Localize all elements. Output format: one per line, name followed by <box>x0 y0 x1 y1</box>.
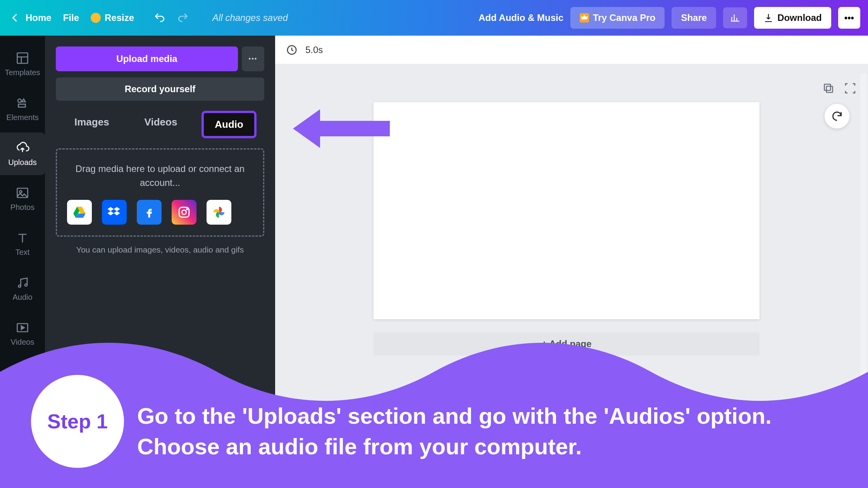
dropzone-text: Drag media here to upload or connect an … <box>67 162 253 190</box>
file-label: File <box>63 12 79 23</box>
google-photos-icon <box>212 205 226 220</box>
svg-point-6 <box>25 284 27 286</box>
rail-templates[interactable]: Templates <box>0 43 45 85</box>
facebook-icon <box>143 206 155 218</box>
main-area: Templates Elements Uploads Photos Text A… <box>0 36 868 488</box>
resize-button[interactable]: Resize <box>91 12 134 23</box>
rail-uploads[interactable]: Uploads <box>0 132 45 175</box>
icon-rail: Templates Elements Uploads Photos Text A… <box>0 36 45 488</box>
tab-label: Videos <box>145 116 177 128</box>
refresh-icon <box>831 110 843 122</box>
duplicate-icon[interactable] <box>822 82 835 95</box>
share-label: Share <box>681 12 707 23</box>
save-status: All changes saved <box>212 12 288 23</box>
videos-icon <box>16 321 29 335</box>
time-row: 5.0s <box>275 36 868 64</box>
undo-icon[interactable] <box>153 12 166 24</box>
record-label: Record yourself <box>125 84 196 95</box>
rail-label: Videos <box>11 338 34 347</box>
upload-dropzone[interactable]: Drag media here to upload or connect an … <box>56 148 264 237</box>
svg-point-10 <box>186 209 188 210</box>
try-pro-label: Try Canva Pro <box>593 12 655 23</box>
media-tabs: Images Videos Audio <box>56 111 264 138</box>
photos-icon <box>16 186 29 200</box>
chart-icon <box>730 13 740 23</box>
page-tools <box>822 82 856 95</box>
dropbox-icon <box>107 205 122 220</box>
resize-label: Resize <box>105 12 134 23</box>
elements-icon <box>16 96 29 110</box>
rail-photos[interactable]: Photos <box>0 177 45 220</box>
tab-label: Images <box>74 116 109 128</box>
rail-videos[interactable]: Videos <box>0 312 45 355</box>
svg-point-1 <box>18 99 21 102</box>
upload-more-button[interactable]: ••• <box>242 46 264 71</box>
rail-label: Uploads <box>8 158 36 167</box>
upload-media-button[interactable]: Upload media <box>56 46 238 71</box>
connector-instagram[interactable] <box>172 200 196 225</box>
topbar-right: Add Audio & Music Try Canva Pro Share Do… <box>479 7 860 29</box>
google-drive-icon <box>72 205 87 220</box>
expand-icon[interactable] <box>844 82 856 95</box>
svg-point-9 <box>182 210 186 214</box>
connector-google-drive[interactable] <box>67 200 92 225</box>
side-panel: Upload media ••• Record yourself Images … <box>45 36 275 488</box>
audio-icon <box>16 276 29 290</box>
svg-rect-12 <box>824 84 830 90</box>
tab-videos[interactable]: Videos <box>134 111 188 138</box>
share-button[interactable]: Share <box>672 7 716 29</box>
svg-rect-2 <box>19 104 26 107</box>
download-button[interactable]: Download <box>754 7 831 29</box>
download-label: Download <box>777 12 822 23</box>
svg-rect-0 <box>17 53 28 63</box>
crown-icon <box>580 13 589 22</box>
connector-icons <box>67 200 253 225</box>
rail-label: Audio <box>12 293 32 302</box>
uploads-icon <box>16 141 29 155</box>
connector-facebook[interactable] <box>137 200 162 225</box>
insights-button[interactable] <box>723 7 747 28</box>
tab-label: Audio <box>215 119 243 130</box>
download-icon <box>763 13 773 23</box>
topbar-left: Home File Resize All changes saved <box>8 11 288 25</box>
connector-dropbox[interactable] <box>102 200 127 225</box>
rail-label: Templates <box>5 68 40 77</box>
upload-hint: You can upload images, videos, audio and… <box>56 245 264 254</box>
crown-icon <box>91 13 101 23</box>
svg-point-4 <box>20 191 22 193</box>
rail-label: Elements <box>6 113 38 122</box>
clock-icon <box>286 44 298 56</box>
refresh-button[interactable] <box>825 104 849 129</box>
add-page-label: + Add page <box>541 339 591 349</box>
add-page-button[interactable]: + Add page <box>374 332 760 356</box>
svg-point-5 <box>19 285 21 287</box>
rail-elements[interactable]: Elements <box>0 88 45 130</box>
tab-images[interactable]: Images <box>64 111 120 138</box>
home-button[interactable]: Home <box>8 11 52 25</box>
file-button[interactable]: File <box>63 12 79 23</box>
canvas-page[interactable] <box>374 102 760 319</box>
rail-label: Photos <box>10 203 34 212</box>
rail-label: Text <box>16 248 30 257</box>
svg-rect-13 <box>827 86 833 93</box>
canvas-area: 5.0s + Add page <box>275 36 868 488</box>
topbar: Home File Resize All changes saved Add A… <box>0 0 868 36</box>
duration-value: 5.0s <box>305 45 323 55</box>
home-label: Home <box>26 12 52 23</box>
rail-audio[interactable]: Audio <box>0 267 45 310</box>
more-menu-button[interactable]: ••• <box>838 7 860 29</box>
try-pro-button[interactable]: Try Canva Pro <box>570 7 665 29</box>
undo-redo-group <box>153 12 189 24</box>
redo-icon[interactable] <box>177 12 189 24</box>
connector-google-photos[interactable] <box>207 200 231 225</box>
upload-row: Upload media ••• <box>56 46 264 71</box>
templates-icon <box>16 51 29 65</box>
rail-text[interactable]: Text <box>0 222 45 265</box>
tab-audio[interactable]: Audio <box>202 111 257 138</box>
upload-label: Upload media <box>116 53 177 64</box>
record-yourself-button[interactable]: Record yourself <box>56 77 264 101</box>
text-icon <box>16 231 29 245</box>
document-title[interactable]: Add Audio & Music <box>479 12 563 23</box>
chevron-left-icon <box>8 11 22 25</box>
scrollbar[interactable] <box>860 74 866 488</box>
